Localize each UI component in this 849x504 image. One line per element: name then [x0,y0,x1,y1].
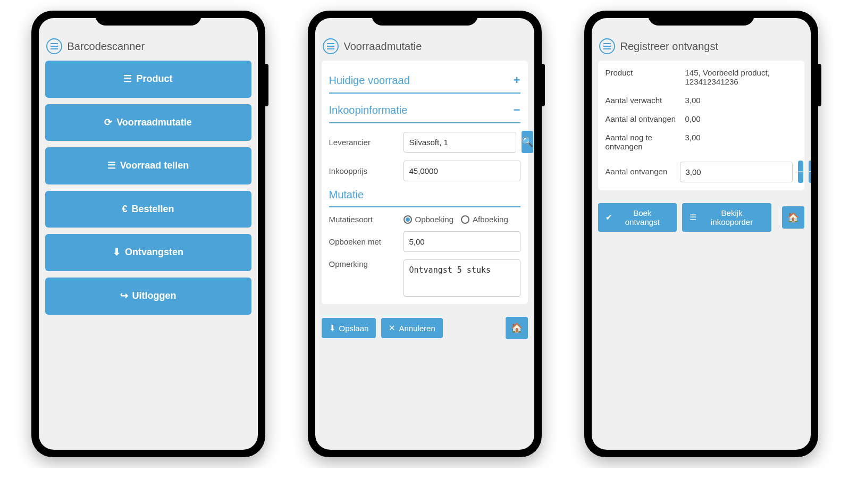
download-icon: ⬇ [113,247,121,258]
plus-icon[interactable]: + [514,73,520,87]
label-opmerking: Opmerking [329,259,398,268]
list-icon: ☰ [123,73,132,85]
menu-label: Voorraadmutatie [116,117,192,129]
screen-2: Voorraadmutatie Huidige voorraad + Inkoo… [315,18,534,450]
stack-icon: ☰ [107,160,116,172]
header-1: Barcodescanner [39,32,258,61]
footer-actions-3: ✔Boek ontvangst ☰Bekijk inkooporder 🏠 [598,203,804,232]
search-icon: 🔍 [522,136,533,148]
menu-label: Ontvangsten [125,247,183,258]
content-2: Huidige voorraad + Inkoopinformatie − Le… [315,61,534,450]
row-ontvangen: Aantal ontvangen − + [606,161,797,183]
menu-label: Bestellen [131,204,174,215]
input-leverancier[interactable] [404,132,516,153]
minus-icon[interactable]: − [514,103,520,117]
decrement-button[interactable]: − [798,161,804,183]
row-al-ontvangen: Aantal al ontvangen 0,00 [606,114,797,123]
label-leverancier: Leverancier [329,138,398,147]
section-huidige-voorraad[interactable]: Huidige voorraad + [329,68,520,94]
section-inkoopinformatie[interactable]: Inkoopinformatie − [329,98,520,123]
radio-group-mutatiesoort: Opboeking Afboeking [404,215,508,224]
radio-label: Opboeking [415,215,454,224]
header-2: Voorraadmutatie [315,32,534,61]
label-mutatiesoort: Mutatiesoort [329,215,398,224]
menu-label: Voorraad tellen [120,160,189,172]
radio-opboeking[interactable]: Opboeking [404,215,454,224]
btn-label: Opslaan [339,324,369,333]
search-leverancier-button[interactable]: 🔍 [522,131,533,153]
btn-label: Annuleren [399,324,435,333]
menu-bestellen-button[interactable]: €Bestellen [45,191,251,228]
list-icon: ☰ [690,213,696,222]
row-inkoopprijs: Inkoopprijs [329,161,520,181]
menu-label: Product [136,73,172,85]
label-opboeken: Opboeken met [329,237,398,246]
boek-ontvangst-button[interactable]: ✔Boek ontvangst [598,203,677,232]
check-icon: ✔ [606,213,612,222]
screen-1: Barcodescanner ☰Product ⟳Voorraadmutatie… [39,18,258,450]
row-opmerking: Opmerking Ontvangst 5 stuks [329,259,520,297]
radio-label: Afboeking [473,215,508,224]
value-product: 145, Voorbeeld product, 123412341236 [685,68,797,86]
menu-icon[interactable] [323,38,339,54]
footer-actions-2: ⬇Opslaan ✕Annuleren 🏠 [322,317,528,339]
page-title: Registreer ontvangst [620,40,719,53]
menu-icon[interactable] [599,38,615,54]
page-title: Barcodescanner [68,40,145,53]
row-mutatiesoort: Mutatiesoort Opboeking Afboeking [329,215,520,224]
menu-ontvangsten-button[interactable]: ⬇Ontvangsten [45,234,251,271]
row-verwacht: Aantal verwacht 3,00 [606,96,797,105]
row-nog: Aantal nog te ontvangen 3,00 [606,133,797,151]
section-title: Huidige voorraad [329,74,410,87]
page-title: Voorraadmutatie [344,40,422,53]
cancel-button[interactable]: ✕Annuleren [381,318,442,338]
label-ontvangen: Aantal ontvangen [606,166,675,177]
radio-icon [461,215,469,224]
section-mutatie: Mutatie [329,181,520,207]
input-opboeken[interactable] [404,231,520,252]
value-verwacht: 3,00 [685,96,797,105]
input-ontvangen[interactable] [680,162,793,182]
detail-card: Product 145, Voorbeeld product, 12341234… [598,61,804,190]
btn-label: Bekijk inkooporder [700,208,764,226]
euro-icon: € [122,204,127,215]
plus-icon: + [809,166,810,178]
menu-list: ☰Product ⟳Voorraadmutatie ☰Voorraad tell… [39,61,258,450]
header-3: Registreer ontvangst [592,32,811,61]
input-opmerking[interactable]: Ontvangst 5 stuks [404,259,520,297]
value-al-ontvangen: 0,00 [685,114,797,123]
form-card: Huidige voorraad + Inkoopinformatie − Le… [322,61,528,304]
save-button[interactable]: ⬇Opslaan [322,318,376,338]
logout-icon: ↪ [120,290,128,302]
home-icon: 🏠 [787,212,799,223]
menu-uitloggen-button[interactable]: ↪Uitloggen [45,278,251,315]
input-inkoopprijs[interactable] [404,161,520,181]
content-3: Product 145, Voorbeeld product, 12341234… [592,61,811,450]
menu-voorraadmutatie-button[interactable]: ⟳Voorraadmutatie [45,104,251,141]
menu-icon[interactable] [46,38,62,54]
radio-icon [404,215,412,224]
home-button[interactable]: 🏠 [506,317,528,339]
increment-button[interactable]: + [809,161,810,183]
home-button[interactable]: 🏠 [782,206,804,229]
menu-product-button[interactable]: ☰Product [45,61,251,98]
row-leverancier: Leverancier 🔍 [329,131,520,153]
label-al-ontvangen: Aantal al ontvangen [606,114,685,123]
phone-frame-3: Registreer ontvangst Product 145, Voorbe… [584,11,818,457]
label-verwacht: Aantal verwacht [606,96,685,105]
row-product: Product 145, Voorbeeld product, 12341234… [606,68,797,86]
radio-afboeking[interactable]: Afboeking [461,215,508,224]
label-product: Product [606,68,685,86]
row-opboeken: Opboeken met [329,231,520,252]
home-icon: 🏠 [511,322,523,334]
bekijk-inkooporder-button[interactable]: ☰Bekijk inkooporder [682,203,771,232]
menu-label: Uitloggen [132,290,176,302]
close-icon: ✕ [389,323,396,333]
refresh-icon: ⟳ [104,117,112,129]
menu-voorraad-tellen-button[interactable]: ☰Voorraad tellen [45,147,251,184]
btn-label: Boek ontvangst [616,208,669,226]
section-title: Inkoopinformatie [329,104,408,116]
label-nog: Aantal nog te ontvangen [606,133,685,151]
phone-frame-1: Barcodescanner ☰Product ⟳Voorraadmutatie… [31,11,265,457]
screen-3: Registreer ontvangst Product 145, Voorbe… [592,18,811,450]
